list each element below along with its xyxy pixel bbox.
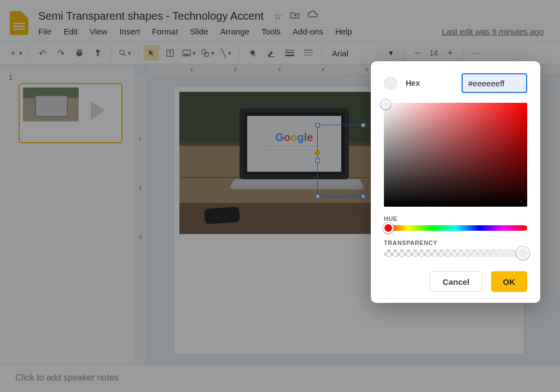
border-color-button[interactable] [264, 45, 279, 61]
border-weight-button[interactable] [282, 45, 298, 61]
hex-input[interactable] [462, 73, 527, 93]
select-tool[interactable] [144, 45, 159, 61]
thumbnail-strip: 1 [0, 65, 136, 365]
menu-edit[interactable]: Edit [63, 27, 78, 36]
transparency-thumb[interactable] [516, 247, 529, 260]
color-picker-dialog: Hex HUE TRANSPARENCY Cancel OK [371, 61, 540, 303]
menu-file[interactable]: File [38, 27, 51, 36]
ruler-vertical: 1 2 3 [136, 75, 148, 365]
svg-rect-9 [304, 50, 313, 50]
menubar: File Edit View Insert Format Slide Arran… [38, 27, 550, 36]
star-icon[interactable]: ☆ [273, 10, 282, 22]
menu-view[interactable]: View [90, 27, 107, 36]
font-size-value[interactable]: 14 [424, 49, 443, 57]
more-tools-button[interactable]: ⋯ [469, 45, 484, 61]
history-link[interactable]: Last edit was 9 minutes ago [442, 27, 544, 36]
slide-number: 1 [9, 73, 13, 81]
resize-handle-bm[interactable] [361, 194, 365, 198]
cloud-status-icon[interactable] [307, 10, 318, 22]
hue-slider[interactable] [384, 225, 527, 231]
hex-label: Hex [406, 79, 420, 87]
svg-rect-8 [285, 55, 294, 56]
color-preview-swatch [384, 77, 397, 90]
fill-color-button[interactable] [245, 45, 260, 61]
speaker-notes-placeholder: Click to add speaker notes [15, 373, 119, 382]
saturation-value-picker[interactable] [384, 103, 527, 207]
resize-handle-ml[interactable] [316, 159, 320, 163]
menu-arrange[interactable]: Arrange [220, 27, 249, 36]
sv-cursor[interactable] [381, 100, 390, 109]
zoom-button[interactable] [117, 45, 132, 61]
svg-point-0 [119, 50, 124, 55]
move-icon[interactable] [290, 10, 300, 22]
resize-handle-bl[interactable] [316, 194, 320, 198]
speaker-notes[interactable]: Click to add speaker notes [0, 365, 560, 392]
cancel-button[interactable]: Cancel [430, 271, 482, 292]
doc-title[interactable]: Semi Transparent shapes - Technology Acc… [38, 10, 264, 22]
font-name: Arial [332, 49, 348, 58]
menu-slide[interactable]: Slide [190, 27, 208, 36]
new-slide-button[interactable]: ＋ [8, 45, 23, 61]
paint-format-button[interactable] [90, 45, 106, 61]
svg-rect-5 [268, 56, 275, 57]
caret-down-icon: ▼ [388, 49, 394, 57]
transparency-label: TRANSPARENCY [384, 239, 527, 246]
titlebar: Semi Transparent shapes - Technology Acc… [0, 0, 560, 42]
resize-handle-tm[interactable] [361, 123, 365, 127]
undo-button[interactable]: ↶ [34, 45, 50, 61]
svg-rect-6 [285, 50, 294, 50]
thumbnail-slide-1[interactable] [19, 83, 122, 143]
font-size-increase[interactable]: + [443, 46, 457, 60]
hue-thumb[interactable] [383, 223, 394, 233]
menu-addons[interactable]: Add-ons [293, 27, 323, 36]
font-select[interactable]: Arial ▼ [328, 45, 399, 61]
hue-label: HUE [384, 215, 527, 222]
svg-rect-7 [285, 52, 294, 53]
ok-button[interactable]: OK [491, 271, 528, 292]
border-dash-button[interactable] [301, 45, 316, 61]
resize-handle-tl[interactable] [316, 123, 320, 127]
font-size-decrease[interactable]: − [410, 46, 424, 60]
transparency-slider[interactable] [384, 249, 527, 257]
print-button[interactable] [72, 45, 87, 61]
line-tool[interactable]: ╲ [218, 45, 234, 61]
menu-insert[interactable]: Insert [119, 27, 140, 36]
menu-help[interactable]: Help [335, 27, 352, 36]
svg-rect-4 [205, 52, 208, 56]
textbox-tool[interactable] [162, 45, 178, 61]
slides-logo-icon [10, 11, 28, 35]
svg-point-3 [202, 50, 206, 54]
shape-tool[interactable] [200, 45, 215, 61]
image-tool[interactable] [181, 45, 196, 61]
menu-format[interactable]: Format [152, 27, 178, 36]
menu-tools[interactable]: Tools [261, 27, 281, 36]
redo-button[interactable]: ↷ [53, 45, 68, 61]
